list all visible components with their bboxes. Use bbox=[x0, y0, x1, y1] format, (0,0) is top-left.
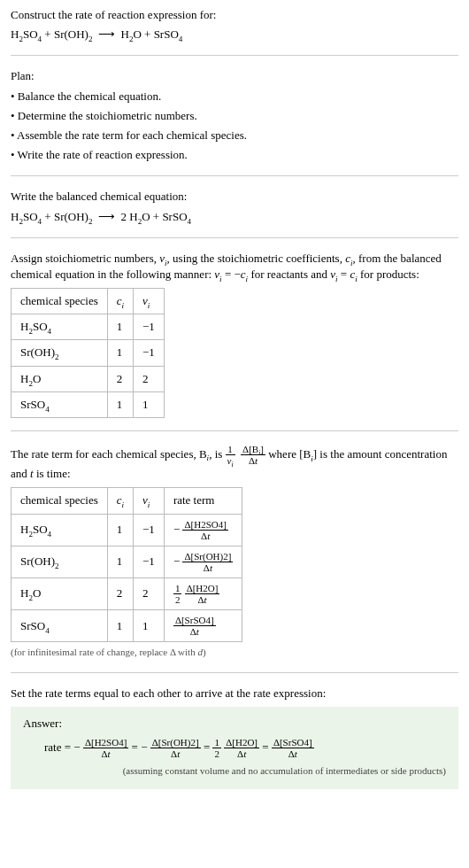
rateterm-delta-frac: Δ[Bi]Δt bbox=[241, 444, 265, 466]
col-ci: ci bbox=[107, 488, 133, 514]
cell-species: H2SO4 bbox=[12, 314, 108, 340]
balanced-equation: H2SO4 + Sr(OH)2 ⟶ 2 H2O + SrSO4 bbox=[11, 209, 458, 225]
cell-rate: Δ[SrSO4]Δt bbox=[164, 610, 242, 642]
answer-box: Answer: rate = − Δ[H2SO4]Δt = − Δ[Sr(OH)… bbox=[11, 707, 458, 789]
stoich-intro: Assign stoichiometric numbers, νi, using… bbox=[11, 251, 458, 283]
table-row: SrSO4 1 1 Δ[SrSO4]Δt bbox=[12, 610, 242, 642]
cell-c: 2 bbox=[107, 577, 133, 609]
cell-c: 1 bbox=[107, 514, 133, 546]
table-row: SrSO4 1 1 bbox=[12, 391, 165, 417]
plan-item-1: • Determine the stoichiometric numbers. bbox=[11, 108, 458, 124]
divider bbox=[11, 237, 458, 238]
cell-v: −1 bbox=[134, 514, 165, 546]
final-heading: Set the rate terms equal to each other t… bbox=[11, 686, 458, 701]
cell-c: 1 bbox=[107, 610, 133, 642]
intro-equation: H2SO4 + Sr(OH)2 ⟶ H2O + SrSO4 bbox=[11, 27, 458, 43]
cell-v: −1 bbox=[134, 546, 165, 577]
plan-item-1-text: Determine the stoichiometric numbers. bbox=[18, 109, 197, 122]
table-row: Sr(OH)2 1 −1 bbox=[12, 340, 165, 366]
plan-item-2: • Assemble the rate term for each chemic… bbox=[11, 128, 458, 143]
cell-rate: − Δ[H2SO4]Δt bbox=[164, 514, 242, 546]
cell-v: 2 bbox=[134, 366, 165, 391]
plan-heading: Plan: bbox=[11, 68, 458, 84]
rateterm-note: (for infinitesimal rate of change, repla… bbox=[11, 646, 458, 659]
table-row: H2O 2 2 bbox=[12, 366, 165, 391]
col-vi: νi bbox=[134, 488, 165, 514]
cell-c: 1 bbox=[107, 314, 133, 340]
plan-item-3: • Write the rate of reaction expression. bbox=[11, 147, 458, 163]
cell-species: Sr(OH)2 bbox=[12, 546, 108, 577]
cell-v: 1 bbox=[134, 391, 165, 417]
balanced-heading: Write the balanced chemical equation: bbox=[11, 189, 458, 205]
table-row: H2SO4 1 −1 − Δ[H2SO4]Δt bbox=[12, 514, 242, 546]
cell-species: SrSO4 bbox=[12, 610, 108, 642]
cell-rate: 12 Δ[H2O]Δt bbox=[164, 577, 242, 609]
divider bbox=[11, 55, 458, 56]
cell-c: 2 bbox=[107, 366, 133, 391]
cell-rate: − Δ[Sr(OH)2]Δt bbox=[164, 546, 242, 577]
plan-item-3-text: Write the rate of reaction expression. bbox=[18, 148, 188, 161]
rateterm-coef-frac: 1νi bbox=[226, 444, 235, 466]
stoich-table: chemical species ci νi H2SO4 1 −1 Sr(OH)… bbox=[11, 288, 165, 418]
cell-v: −1 bbox=[134, 314, 165, 340]
rateterm-table: chemical species ci νi rate term H2SO4 1… bbox=[11, 487, 242, 642]
cell-species: H2O bbox=[12, 366, 108, 391]
rateterm-intro-mid: , is bbox=[209, 447, 225, 461]
table-row: Sr(OH)2 1 −1 − Δ[Sr(OH)2]Δt bbox=[12, 546, 242, 577]
cell-c: 1 bbox=[107, 391, 133, 417]
table-row: H2O 2 2 12 Δ[H2O]Δt bbox=[12, 577, 242, 609]
table-row: H2SO4 1 −1 bbox=[12, 314, 165, 340]
divider bbox=[11, 175, 458, 176]
cell-species: H2SO4 bbox=[12, 514, 108, 546]
cell-species: H2O bbox=[12, 577, 108, 609]
plan-item-2-text: Assemble the rate term for each chemical… bbox=[17, 128, 247, 142]
cell-species: SrSO4 bbox=[12, 391, 108, 417]
plan-item-0-text: Balance the chemical equation. bbox=[18, 89, 161, 103]
rateterm-intro: The rate term for each chemical species,… bbox=[11, 444, 458, 482]
divider bbox=[11, 672, 458, 673]
answer-label: Answer: bbox=[23, 716, 446, 732]
rateterm-intro-pre: The rate term for each chemical species,… bbox=[11, 447, 207, 461]
cell-c: 1 bbox=[107, 546, 133, 577]
cell-v: −1 bbox=[134, 340, 165, 366]
col-rate: rate term bbox=[164, 488, 242, 514]
col-species: chemical species bbox=[12, 289, 108, 314]
col-species: chemical species bbox=[12, 488, 108, 514]
col-ci: ci bbox=[107, 289, 133, 314]
cell-c: 1 bbox=[107, 340, 133, 366]
cell-v: 2 bbox=[134, 577, 165, 609]
divider bbox=[11, 430, 458, 431]
table-header-row: chemical species ci νi rate term bbox=[12, 488, 242, 514]
cell-species: Sr(OH)2 bbox=[12, 340, 108, 366]
intro-title: Construct the rate of reaction expressio… bbox=[11, 7, 458, 23]
cell-v: 1 bbox=[134, 610, 165, 642]
answer-expression: rate = − Δ[H2SO4]Δt = − Δ[Sr(OH)2]Δt = 1… bbox=[44, 737, 446, 759]
col-vi: νi bbox=[134, 289, 165, 314]
plan-item-0: • Balance the chemical equation. bbox=[11, 89, 458, 105]
table-header-row: chemical species ci νi bbox=[12, 289, 165, 314]
answer-note: (assuming constant volume and no accumul… bbox=[23, 764, 446, 778]
